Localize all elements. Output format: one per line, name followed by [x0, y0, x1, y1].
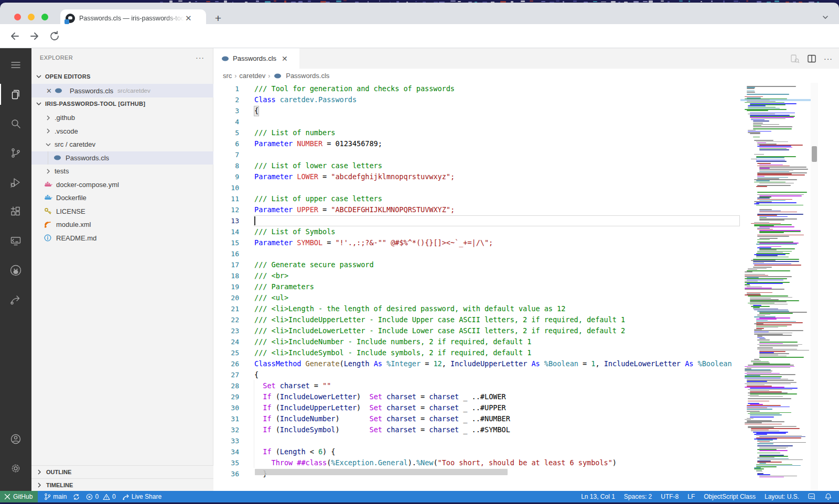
code-line[interactable]: 11/// List of upper case letters — [214, 193, 740, 204]
code-line[interactable]: 24/// <li>IncludeNumber - Include number… — [214, 336, 740, 347]
explorer-activity-icon[interactable] — [0, 82, 31, 107]
code-line[interactable]: 29 If (IncludeLowerLetter) Set charset =… — [214, 391, 740, 402]
code-line[interactable]: 2Class caretdev.Passwords — [214, 94, 740, 105]
code-line[interactable]: 5/// List of numbers — [214, 127, 740, 138]
code-line[interactable]: 3{ — [214, 105, 740, 116]
tree-item-dockerfile[interactable]: Dockerfile — [31, 191, 213, 205]
tree-item-src-caretdev[interactable]: src / caretdev — [31, 138, 213, 151]
open-editors-section-header[interactable]: OPEN EDITORS — [31, 70, 213, 83]
menu-activity-icon[interactable] — [0, 52, 31, 78]
breadcrumb-item-src[interactable]: src — [223, 72, 232, 80]
minimap[interactable] — [740, 83, 811, 491]
status-item-1[interactable]: Spaces: 2 — [624, 493, 652, 500]
close-editor-icon[interactable]: ✕ — [46, 87, 55, 95]
horizontal-scrollbar[interactable] — [255, 469, 508, 475]
sync-button[interactable] — [73, 494, 80, 500]
scrollbar-thumb[interactable] — [812, 146, 817, 162]
breadcrumb-item-file[interactable]: Passwords.cls — [286, 72, 329, 80]
forward-button[interactable] — [28, 30, 41, 42]
code-line[interactable]: 32 If (IncludeSymbol) Set charset = char… — [214, 424, 740, 435]
code-line[interactable]: 27{ — [214, 369, 740, 380]
live-share-button[interactable]: Live Share — [122, 493, 162, 500]
code-line[interactable]: 4 — [214, 116, 740, 127]
tab-close-icon[interactable]: ✕ — [185, 14, 192, 23]
outline-section-header[interactable]: OUTLINE — [31, 465, 213, 478]
branch-indicator[interactable]: main — [44, 493, 67, 500]
back-button[interactable] — [8, 30, 21, 42]
tree-item-module-xml[interactable]: module.xml — [31, 218, 213, 232]
code-line[interactable]: 17/// Generate secure password — [214, 259, 740, 270]
code-line[interactable]: 28 Set charset = "" — [214, 380, 740, 391]
run-debug-activity-icon[interactable] — [0, 170, 31, 195]
notifications-bell-icon[interactable] — [825, 493, 832, 500]
tree-item-docker-compose-yml[interactable]: docker-compose.yml — [31, 178, 213, 192]
code-line[interactable]: 6Parameter NUMBER = 0123456789; — [214, 138, 740, 149]
code-line[interactable]: 8/// List of lower case letters — [214, 160, 740, 171]
remote-explorer-activity-icon[interactable] — [0, 228, 31, 254]
tree-item-readme-md[interactable]: README.md — [31, 232, 213, 245]
code-line[interactable]: 23/// <li>IncludeLowerLetter - Include L… — [214, 325, 740, 336]
code-line[interactable]: 15Parameter SYMBOL = "!'.,:;?&-"" @#$%^*… — [214, 237, 740, 248]
code-line[interactable]: 35 Throw ##class(%Exception.General).%Ne… — [214, 457, 740, 468]
code-line[interactable]: 14/// List of Symbols — [214, 226, 740, 237]
code-line[interactable]: 12Parameter UPPER = "ABCDEFGHIJKLMNOPQRS… — [214, 204, 740, 215]
project-section-header[interactable]: IRIS-PASSWORDS-TOOL [GITHUB] — [31, 97, 213, 110]
code-line[interactable]: 9Parameter LOWER = "abcdefghijklmnopqrst… — [214, 171, 740, 182]
code-line[interactable]: 1/// Tool for generation and checks of p… — [214, 83, 740, 94]
code-line[interactable]: 7 — [214, 149, 740, 160]
tree-item--vscode[interactable]: .vscode — [31, 125, 213, 138]
remote-indicator[interactable]: GitHub — [0, 491, 38, 502]
code-line[interactable]: 30 If (IncludeUpperLetter) Set charset =… — [214, 402, 740, 413]
tree-item-passwords-cls[interactable]: Passwords.cls — [31, 151, 213, 165]
window-zoom-button[interactable] — [41, 14, 48, 20]
code-text: { — [254, 105, 259, 116]
status-item-5[interactable]: Layout: U.S. — [765, 493, 799, 500]
window-minimize-button[interactable] — [28, 14, 35, 20]
tab-search-chevron-icon[interactable] — [821, 13, 830, 21]
extensions-activity-icon[interactable] — [0, 199, 31, 224]
code-line[interactable]: 31 If (IncludeNumber) Set charset = char… — [214, 413, 740, 424]
code-line[interactable]: 26ClassMethod Generate(Length As %Intege… — [214, 358, 740, 369]
search-activity-icon[interactable] — [0, 111, 31, 136]
code-line[interactable]: 34 If (Length < 6) { — [214, 446, 740, 457]
problems-indicator[interactable]: 0 0 — [86, 493, 115, 500]
github-activity-icon[interactable] — [0, 258, 31, 283]
code-line[interactable]: 21/// <li>Length - the length of desired… — [214, 303, 740, 314]
tree-item-license[interactable]: LICENSE — [31, 205, 213, 218]
status-item-3[interactable]: LF — [687, 493, 695, 500]
code-editor[interactable]: 1/// Tool for generation and checks of p… — [214, 83, 740, 491]
code-line[interactable]: 20/// <ul> — [214, 292, 740, 303]
split-editor-icon[interactable] — [807, 54, 816, 63]
code-line[interactable]: 18/// <br> — [214, 270, 740, 281]
accounts-activity-icon[interactable] — [0, 426, 31, 452]
code-text: /// <li>IncludeNumber - Include numbers,… — [254, 336, 531, 347]
breadcrumb-item-caretdev[interactable]: caretdev — [239, 72, 265, 80]
source-control-activity-icon[interactable] — [0, 140, 31, 166]
code-line[interactable]: 33 — [214, 435, 740, 446]
status-item-4[interactable]: ObjectScript Class — [704, 493, 756, 500]
code-line[interactable]: 19/// Parameters — [214, 281, 740, 292]
tree-item--github[interactable]: .github — [31, 111, 213, 125]
status-item-0[interactable]: Ln 13, Col 1 — [581, 493, 615, 500]
editor-tab[interactable]: Passwords.cls ✕ — [214, 48, 299, 69]
code-line[interactable]: 13 — [214, 215, 740, 226]
minimap-line — [756, 186, 767, 187]
live-share-activity-icon[interactable] — [0, 287, 31, 312]
code-line[interactable]: 10 — [214, 182, 740, 193]
feedback-icon[interactable] — [808, 493, 816, 500]
editor-tab-close-icon[interactable]: ✕ — [282, 54, 288, 63]
code-line[interactable]: 16 — [214, 248, 740, 259]
code-line[interactable]: 22/// <li>IncludeUpperLetter - Include U… — [214, 314, 740, 325]
open-editor-item[interactable]: ✕ Passwords.cls src/caretdev — [31, 84, 213, 97]
status-item-2[interactable]: UTF-8 — [661, 493, 679, 500]
explorer-more-actions-icon[interactable]: ··· — [196, 53, 205, 62]
tree-item-tests[interactable]: tests — [31, 165, 213, 178]
code-line[interactable]: 25/// <li>IncludeSymbol - Include symbol… — [214, 347, 740, 358]
reload-button[interactable] — [48, 30, 61, 42]
window-close-button[interactable] — [14, 14, 21, 20]
open-changes-icon[interactable] — [790, 54, 800, 63]
settings-activity-icon[interactable] — [0, 456, 31, 481]
timeline-section-header[interactable]: TIMELINE — [31, 478, 213, 491]
editor-more-actions-icon[interactable]: ··· — [824, 54, 833, 63]
vertical-scrollbar[interactable] — [811, 83, 818, 491]
